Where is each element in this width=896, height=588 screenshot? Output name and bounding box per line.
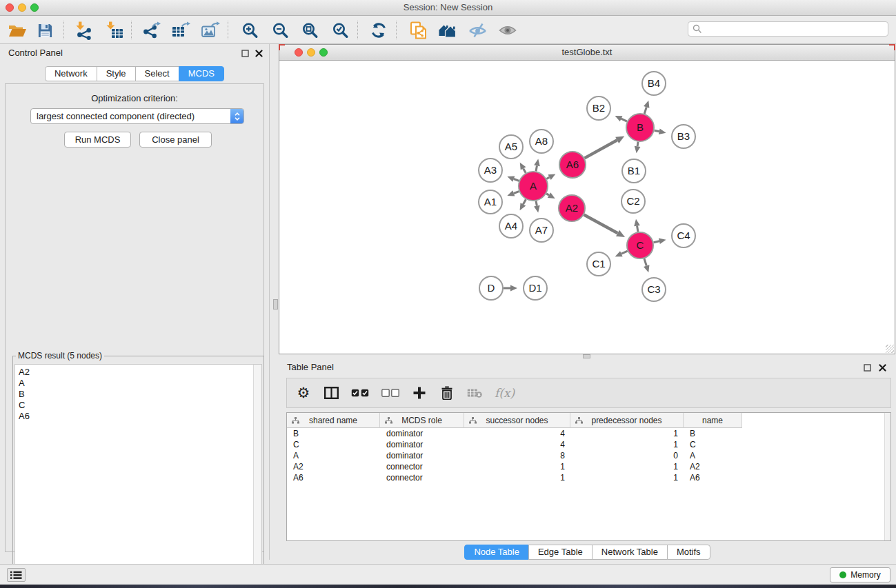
mcds-result-item[interactable]: B	[15, 389, 261, 400]
svg-text:C2: C2	[626, 195, 639, 207]
graph-node-C3[interactable]: C3	[642, 278, 666, 301]
graph-node-A3[interactable]: A3	[479, 159, 502, 182]
network-canvas[interactable]: B4B2BB3A5A8A6A3B1AA1C2A2A4A7C4CC1DD1C3	[279, 61, 895, 354]
mcds-result-item[interactable]: A	[15, 378, 261, 389]
add-column-icon[interactable]	[412, 384, 427, 402]
graph-node-A6[interactable]: A6	[559, 152, 586, 178]
table-row[interactable]: Cdominator41C	[287, 439, 890, 450]
graph-edge-arrowhead	[534, 159, 540, 167]
graph-node-C2[interactable]: C2	[621, 190, 645, 213]
mcds-result-item[interactable]: A6	[15, 411, 261, 422]
memory-button[interactable]: Memory	[830, 567, 890, 582]
graph-node-C[interactable]: C	[627, 232, 653, 258]
graph-node-B2[interactable]: B2	[587, 97, 610, 120]
network-zoom-icon[interactable]	[319, 48, 328, 57]
tab-network[interactable]: Network	[45, 66, 97, 81]
close-table-panel-icon[interactable]	[879, 364, 886, 372]
column-header-successor-nodes[interactable]: successor nodes	[464, 413, 570, 428]
graph-node-D1[interactable]: D1	[524, 276, 547, 300]
zoom-fit-icon[interactable]	[299, 19, 321, 41]
svg-text:D: D	[488, 282, 495, 294]
toolbar-separator	[131, 21, 132, 39]
select-all-checkboxes-icon[interactable]	[351, 384, 369, 402]
tab-mcds[interactable]: MCDS	[179, 66, 224, 81]
refresh-layout-icon[interactable]	[368, 19, 390, 41]
column-header-MCDS-role[interactable]: MCDS role	[380, 413, 464, 428]
graph-node-A[interactable]: A	[519, 172, 548, 201]
float-table-panel-icon[interactable]	[864, 364, 871, 372]
float-panel-icon[interactable]	[241, 50, 249, 57]
graph-node-B4[interactable]: B4	[642, 72, 666, 95]
tab-edge-table[interactable]: Edge Table	[528, 545, 593, 560]
new-network-from-selection-icon[interactable]	[408, 19, 430, 41]
network-close-icon[interactable]	[295, 48, 303, 57]
save-session-icon[interactable]	[34, 19, 56, 41]
mcds-result-item[interactable]: C	[15, 400, 261, 411]
result-list-scrollbar[interactable]	[253, 365, 261, 587]
table-row[interactable]: A6connector11A6	[287, 472, 890, 483]
import-table-icon[interactable]	[103, 19, 125, 41]
search-input[interactable]	[688, 21, 888, 37]
show-columns-icon[interactable]	[323, 384, 339, 402]
open-session-icon[interactable]	[6, 19, 28, 41]
table-settings-icon[interactable]: ⚙	[296, 384, 311, 402]
table-cell: 0	[570, 451, 684, 460]
zoom-in-icon[interactable]	[239, 19, 261, 41]
export-image-icon[interactable]	[199, 19, 221, 41]
delete-columns-icon[interactable]	[439, 384, 455, 402]
graph-node-B1[interactable]: B1	[622, 159, 646, 183]
graph-node-C1[interactable]: C1	[587, 252, 610, 276]
search-field[interactable]	[705, 23, 888, 34]
tab-motifs[interactable]: Motifs	[667, 545, 710, 560]
tab-select[interactable]: Select	[135, 66, 179, 81]
table-row[interactable]: Bdominator41B	[287, 428, 890, 439]
graph-node-A7[interactable]: A7	[530, 219, 553, 242]
table-row[interactable]: A2connector11A2	[287, 461, 890, 472]
svg-text:B2: B2	[593, 102, 605, 114]
graph-node-A2[interactable]: A2	[559, 195, 585, 221]
svg-text:A4: A4	[505, 220, 517, 232]
export-table-icon[interactable]	[170, 19, 192, 41]
zoom-out-icon[interactable]	[269, 19, 291, 41]
tab-node-table[interactable]: Node Table	[464, 545, 529, 560]
graph-node-B3[interactable]: B3	[672, 125, 695, 148]
apply-function-icon: f(x)	[495, 384, 515, 402]
vertical-splitter-handle[interactable]	[273, 299, 278, 310]
run-mcds-button[interactable]: Run MCDS	[64, 132, 131, 148]
table-cell: 1	[570, 462, 684, 472]
close-panel-icon[interactable]	[255, 50, 263, 57]
graph-node-A1[interactable]: A1	[479, 190, 502, 214]
tab-network-table[interactable]: Network Table	[592, 545, 668, 560]
network-minimize-icon[interactable]	[307, 48, 315, 57]
task-history-button[interactable]	[7, 568, 26, 582]
import-network-icon[interactable]	[72, 19, 94, 41]
show-all-icon[interactable]	[497, 19, 519, 41]
window-resize-grip[interactable]	[886, 345, 894, 353]
column-header-predecessor-nodes[interactable]: predecessor nodes	[570, 413, 684, 428]
graph-node-A5[interactable]: A5	[499, 135, 523, 159]
graph-node-D[interactable]: D	[479, 276, 503, 300]
close-window-icon[interactable]	[6, 3, 14, 12]
table-cell: 1	[570, 440, 684, 449]
optimization-criterion-select[interactable]: largest connected component (directed)	[30, 108, 244, 124]
graph-node-C4[interactable]: C4	[672, 224, 695, 247]
graph-edge-A-A3	[514, 179, 519, 181]
minimize-window-icon[interactable]	[18, 3, 26, 12]
zoom-selected-icon[interactable]	[329, 19, 351, 41]
deselect-all-checkboxes-icon[interactable]	[381, 384, 399, 402]
tab-style[interactable]: Style	[97, 66, 136, 81]
export-network-icon[interactable]	[140, 19, 162, 41]
graph-node-B[interactable]: B	[626, 114, 654, 141]
column-header-name[interactable]: name	[684, 413, 742, 428]
graph-node-A4[interactable]: A4	[499, 214, 523, 238]
close-panel-button[interactable]: Close panel	[139, 132, 212, 148]
column-header-shared-name[interactable]: shared name	[287, 413, 380, 428]
table-row[interactable]: Adominator80A	[287, 450, 890, 461]
hide-selected-icon[interactable]	[466, 19, 488, 41]
table-scrollbar[interactable]	[884, 413, 890, 540]
node-table: shared nameMCDS rolesuccessor nodesprede…	[286, 412, 891, 541]
first-neighbors-icon[interactable]	[436, 19, 458, 41]
graph-node-A8[interactable]: A8	[530, 130, 553, 153]
zoom-window-icon[interactable]	[30, 3, 39, 12]
mcds-result-item[interactable]: A2	[15, 365, 261, 378]
